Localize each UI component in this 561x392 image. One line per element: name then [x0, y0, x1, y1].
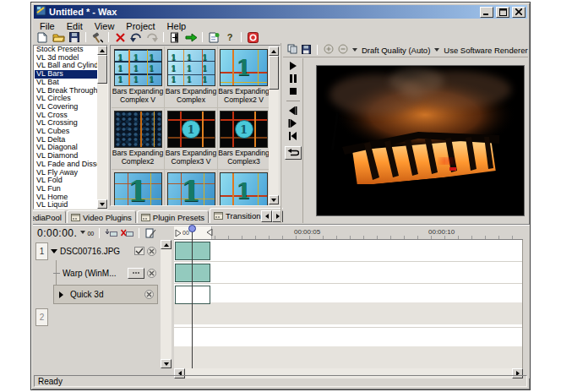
- scroll-down-icon[interactable]: [269, 195, 279, 204]
- clip-cell[interactable]: [175, 242, 193, 260]
- effect-label[interactable]: Warp (WinM...: [63, 269, 125, 278]
- preset-thumbnail[interactable]: 1 Bars Expanding Complex3 V: [165, 108, 218, 170]
- scroll-down-icon[interactable]: [161, 359, 172, 368]
- clip-block[interactable]: [175, 286, 210, 304]
- new-icon[interactable]: [35, 32, 49, 43]
- delete-icon[interactable]: [113, 32, 127, 43]
- remove-effect-icon[interactable]: [144, 290, 154, 299]
- delete-track-icon[interactable]: [121, 228, 133, 238]
- clip-block[interactable]: [175, 242, 210, 260]
- zoom-out-icon[interactable]: [338, 44, 348, 56]
- timeline-vscrollbar[interactable]: [161, 240, 172, 368]
- preset-thumbnail[interactable]: 1 Bars Expanding Complex3: [218, 108, 270, 170]
- minimize-button[interactable]: [480, 7, 493, 18]
- thumbnail-glyph: 1: [128, 174, 148, 206]
- playhead-pin[interactable]: [188, 225, 196, 232]
- track-number[interactable]: 1: [35, 242, 48, 260]
- preset-thumbnail[interactable]: Bars Expanding Complex2: [112, 108, 165, 170]
- tab-icon: [141, 214, 150, 221]
- loop-button[interactable]: [285, 146, 302, 160]
- track-number[interactable]: 2: [35, 308, 48, 326]
- quality-dropdown[interactable]: Draft Quality (Auto): [362, 46, 430, 55]
- clip-block[interactable]: [175, 264, 210, 282]
- collapse-icon[interactable]: [51, 249, 57, 257]
- clips-area[interactable]: [174, 240, 523, 368]
- clip-cell[interactable]: [193, 286, 210, 304]
- track-row-quick3d[interactable]: Quick 3d: [53, 285, 158, 304]
- play-icon[interactable]: [286, 61, 300, 71]
- remove-track-icon[interactable]: [147, 247, 156, 256]
- chevron-down-icon[interactable]: [352, 48, 357, 54]
- scroll-thumb[interactable]: [269, 56, 279, 90]
- scroll-up-icon[interactable]: [97, 46, 107, 55]
- menu-file[interactable]: File: [34, 20, 61, 32]
- add-track-icon[interactable]: [105, 228, 117, 238]
- preset-thumbnail[interactable]: 1 1 1 1 1 1 1 1 1 Bars Expanding Complex: [165, 46, 218, 108]
- effect-label[interactable]: Quick 3d: [70, 290, 141, 299]
- app-icon: [35, 4, 46, 19]
- exit-icon[interactable]: [168, 32, 182, 43]
- track-row-1[interactable]: 1 DSC00716.JPG: [33, 240, 160, 262]
- plugin-tools-icon[interactable]: [90, 32, 104, 43]
- preset-thumbnail[interactable]: 1: [218, 170, 270, 206]
- help-icon[interactable]: ?: [223, 32, 237, 43]
- thumbnails-scrollbar[interactable]: [269, 46, 279, 204]
- copy-icon[interactable]: [287, 44, 297, 56]
- track-row-2[interactable]: 2: [33, 306, 160, 328]
- track-label[interactable]: DSC00716.JPG: [60, 247, 132, 256]
- step-forward-icon[interactable]: [286, 118, 300, 128]
- renderer-dropdown[interactable]: Use Software Renderer: [444, 46, 527, 55]
- preset-thumbnail[interactable]: 1: [112, 170, 165, 206]
- panel-splitter[interactable]: [280, 43, 282, 223]
- menu-edit[interactable]: Edit: [61, 20, 89, 32]
- scroll-thumb[interactable]: [97, 55, 107, 84]
- maximize-button[interactable]: [496, 7, 509, 18]
- track-options-icon[interactable]: [134, 247, 144, 255]
- clip-cell[interactable]: [175, 286, 193, 304]
- chevron-down-icon[interactable]: [434, 48, 439, 54]
- remove-effect-icon[interactable]: [147, 269, 156, 278]
- effect-options-button[interactable]: [128, 268, 144, 279]
- clip-cell[interactable]: [193, 242, 210, 260]
- playhead-line[interactable]: [192, 227, 193, 368]
- properties-icon[interactable]: [207, 32, 221, 43]
- scroll-up-icon[interactable]: [161, 240, 172, 249]
- tab-scroll-left-icon[interactable]: [261, 210, 272, 222]
- scroll-up-icon[interactable]: [269, 46, 279, 56]
- chevron-down-icon[interactable]: [80, 231, 85, 237]
- render-setup-icon[interactable]: [144, 228, 157, 238]
- preset-thumbnail[interactable]: 1 1 1 1 1 1 1 1 1 Bars Expanding Complex…: [112, 46, 165, 108]
- redo-icon[interactable]: [145, 32, 159, 43]
- preset-thumbnail[interactable]: 1 Bars Expanding Complex2 V: [218, 46, 270, 108]
- timeline-ruler[interactable]: 00 00:00:05 00:00:10: [174, 226, 523, 240]
- out-marker-icon[interactable]: [206, 228, 213, 237]
- tab-plugin-presets[interactable]: Plugin Presets: [137, 210, 209, 223]
- in-marker-icon[interactable]: [175, 229, 182, 237]
- pause-icon[interactable]: [286, 74, 300, 84]
- thumbnail-caption: Bars Expanding Complex3 V: [165, 150, 217, 166]
- open-icon[interactable]: [52, 32, 65, 43]
- menu-help[interactable]: Help: [161, 20, 193, 32]
- stop-icon[interactable]: [286, 86, 300, 96]
- step-back-icon[interactable]: [286, 106, 300, 116]
- dot: [135, 272, 137, 274]
- go-to-start-icon[interactable]: [286, 131, 300, 141]
- menu-view[interactable]: View: [89, 20, 121, 32]
- track-row-warp[interactable]: Warp (WinM...: [33, 262, 160, 284]
- clip-cell[interactable]: [175, 264, 193, 282]
- menu-project[interactable]: Project: [120, 20, 161, 32]
- undo-icon[interactable]: [129, 32, 143, 43]
- tab-video-plugins[interactable]: Video Plugins: [67, 210, 136, 223]
- timeline-header: 0:00:00. 00: [33, 226, 172, 240]
- zoom-in-icon[interactable]: [324, 44, 334, 56]
- preset-thumbnail[interactable]: 1: [165, 170, 218, 206]
- close-button[interactable]: [512, 7, 526, 18]
- save-icon[interactable]: [68, 32, 81, 43]
- save-icon[interactable]: [302, 45, 311, 56]
- tab-mediapool[interactable]: MediaPool: [33, 210, 66, 223]
- clip-cell[interactable]: [193, 264, 210, 282]
- record-icon[interactable]: [246, 32, 259, 43]
- run-icon[interactable]: [184, 32, 198, 43]
- list-scrollbar[interactable]: [97, 46, 107, 209]
- expand-icon[interactable]: [59, 291, 67, 298]
